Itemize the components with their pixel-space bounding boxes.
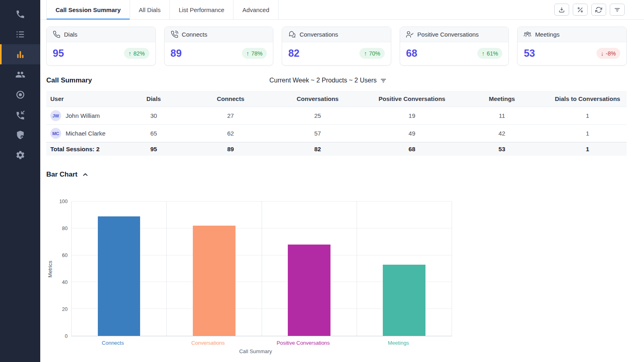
cell-conversations: 25 [267, 107, 368, 125]
column-header-positive-conversations: Positive Conversations [368, 91, 455, 107]
bar-chart-title: Bar Chart [46, 171, 77, 179]
total-positive-conversations: 68 [368, 142, 455, 156]
sidebar-item-call-logs[interactable] [0, 105, 40, 125]
chart-bar-conversations[interactable] [193, 226, 235, 336]
sidebar-item-admin[interactable] [0, 125, 40, 145]
total-dials-to-conversations: 1 [548, 142, 627, 156]
chat-bubbles-icon [288, 31, 296, 38]
users-icon [15, 70, 25, 80]
sidebar-item-dialer[interactable] [0, 4, 40, 24]
kpi-delta: 82% [134, 50, 145, 57]
column-header-meetings: Meetings [456, 91, 549, 107]
cell-conversations: 57 [267, 125, 368, 142]
cell-dials: 65 [113, 125, 194, 142]
table-row: MCMichael Clarke 65 62 57 49 42 1 [46, 125, 627, 142]
tab-label: All Dials [139, 6, 161, 13]
filter-summary-text: Current Week ~ 2 Products ~ 2 Users [269, 77, 376, 84]
tab-all-dials[interactable]: All Dials [130, 0, 170, 19]
tab-bar: Call Session Summary All Dials List Perf… [40, 0, 644, 20]
trend-arrow-icon: ↑ [128, 50, 132, 57]
y-tick-label: 80 [62, 226, 68, 231]
sidebar-item-contacts[interactable] [0, 64, 40, 84]
kpi-label: Conversations [299, 31, 338, 38]
column-header-dials: Dials [113, 91, 194, 107]
phone-incoming-icon [15, 110, 25, 120]
sidebar-item-settings[interactable] [0, 145, 40, 165]
call-summary-header: Call Summary Current Week ~ 2 Products ~… [40, 66, 644, 86]
trend-arrow-icon: ↓ [601, 50, 604, 57]
total-meetings: 53 [456, 142, 549, 156]
tab-label: Call Session Summary [56, 6, 121, 13]
chart-band [72, 202, 167, 336]
record-icon [15, 90, 25, 100]
avatar: MC [50, 128, 61, 139]
bar-chart-plot [71, 202, 452, 336]
chart-band [167, 202, 262, 336]
trend-arrow-icon: ↑ [482, 50, 485, 57]
cell-dials-to-conversations: 1 [548, 107, 627, 125]
kpi-delta: -8% [606, 50, 616, 57]
chart-bar-meetings[interactable] [383, 265, 425, 336]
bar-chart: Metrics 020406080100 [46, 202, 452, 336]
call-summary-table-wrap: User Dials Connects Conversations Positi… [40, 86, 644, 156]
sidebar-item-analytics[interactable] [0, 44, 40, 64]
y-tick-label: 60 [62, 253, 68, 258]
kpi-card-meetings: Meetings 53 ↓-8% [517, 27, 627, 66]
filter-icon [614, 6, 621, 13]
chart-y-ticks: 020406080100 [54, 202, 71, 336]
y-tick-label: 0 [65, 333, 68, 339]
x-tick-label: Meetings [351, 340, 446, 346]
percent-button[interactable] [573, 4, 588, 16]
x-tick-label: Connects [65, 340, 161, 346]
chart-band [262, 202, 357, 336]
total-dials: 95 [113, 142, 194, 156]
kpi-label: Positive Conversations [417, 31, 479, 38]
y-tick-label: 20 [62, 306, 68, 312]
download-button[interactable] [554, 4, 569, 16]
filter-button[interactable] [610, 4, 625, 16]
total-conversations: 82 [267, 142, 368, 156]
sidebar-item-monitoring[interactable] [0, 84, 40, 105]
kpi-cards: Dials 95 ↑82% Connects 89 ↑78% [40, 20, 644, 66]
column-header-connects: Connects [194, 91, 267, 107]
table-header-row: User Dials Connects Conversations Positi… [46, 91, 627, 107]
chart-bar-connects[interactable] [98, 216, 140, 336]
collapse-chart-button[interactable] [82, 171, 89, 178]
kpi-delta: 70% [369, 50, 380, 57]
kpi-delta-badge: ↑61% [477, 48, 503, 59]
kpi-value: 95 [53, 47, 64, 59]
call-summary-table: User Dials Connects Conversations Positi… [46, 91, 627, 156]
tab-list-performance[interactable]: List Performance [170, 0, 233, 19]
cell-connects: 27 [194, 107, 267, 125]
main-content: Call Session Summary All Dials List Perf… [40, 0, 644, 362]
tab-label: Advanced [242, 6, 269, 13]
kpi-value: 53 [524, 47, 535, 59]
tab-call-session-summary[interactable]: Call Session Summary [46, 0, 130, 19]
user-check-icon [406, 31, 414, 38]
kpi-delta-badge: ↑78% [242, 48, 267, 59]
chevron-up-icon [82, 171, 89, 178]
y-tick-label: 100 [59, 199, 68, 204]
tab-advanced[interactable]: Advanced [233, 0, 279, 19]
bar-chart-icon [15, 49, 25, 60]
kpi-delta-badge: ↑70% [359, 48, 385, 59]
shield-user-icon [15, 130, 25, 140]
refresh-icon [595, 6, 602, 13]
cell-positive-conversations: 49 [368, 125, 455, 142]
total-connects: 89 [194, 142, 267, 156]
user-name: Michael Clarke [66, 130, 105, 137]
report-filter-control[interactable]: Current Week ~ 2 Products ~ 2 Users [269, 77, 386, 84]
kpi-delta-badge: ↓-8% [597, 48, 620, 59]
toolbar [554, 0, 625, 19]
chart-x-labels: ConnectsConversationsPositive Conversati… [65, 336, 446, 346]
chart-bar-positive-conversations[interactable] [288, 245, 330, 336]
cell-meetings: 11 [456, 107, 549, 125]
column-header-user: User [46, 91, 113, 107]
kpi-card-conversations: Conversations 82 ↑70% [282, 27, 391, 66]
sidebar-item-lists[interactable] [0, 24, 40, 44]
y-tick-label: 40 [62, 280, 68, 285]
cell-dials: 30 [113, 107, 194, 125]
refresh-button[interactable] [591, 4, 606, 16]
cell-meetings: 42 [456, 125, 549, 142]
kpi-value: 82 [288, 47, 299, 59]
